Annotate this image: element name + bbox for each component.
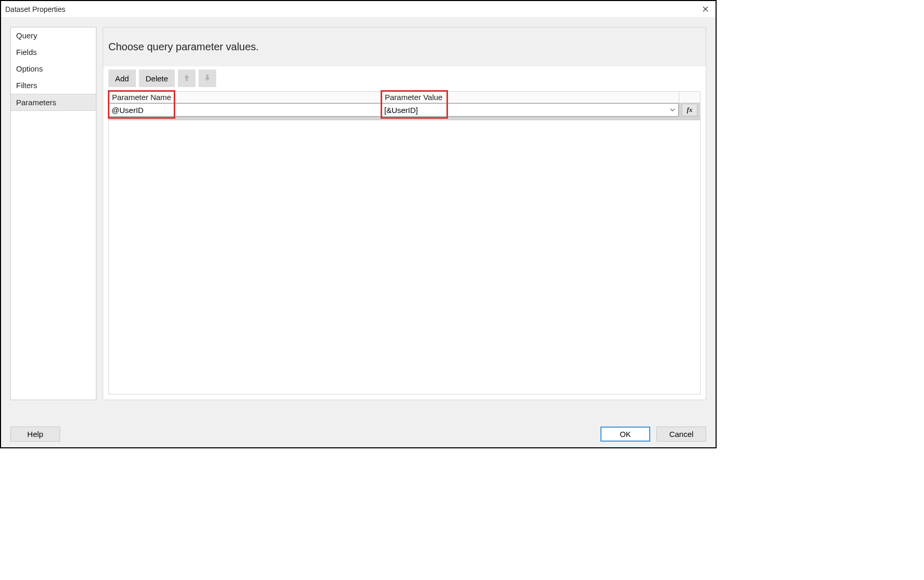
- sidebar-item-fields[interactable]: Fields: [11, 44, 96, 61]
- dialog-body: Query Fields Options Filters Parameters …: [1, 18, 716, 420]
- delete-button[interactable]: Delete: [139, 69, 175, 87]
- cancel-button[interactable]: Cancel: [656, 427, 706, 442]
- add-button[interactable]: Add: [108, 69, 136, 87]
- sidebar-item-query[interactable]: Query: [11, 27, 96, 44]
- move-up-button[interactable]: [178, 69, 195, 87]
- column-header-name: Parameter Name: [109, 92, 382, 103]
- cell-fx: fx: [679, 103, 700, 117]
- parameter-name-input[interactable]: [109, 103, 381, 117]
- expression-button[interactable]: fx: [682, 104, 697, 116]
- column-header-fx: [679, 92, 700, 103]
- toolbar: Add Delete: [108, 69, 701, 87]
- titlebar: Dataset Properties: [1, 1, 716, 18]
- arrow-down-icon: [204, 74, 211, 83]
- parameter-value-input[interactable]: [382, 104, 667, 116]
- panel-heading: Choose query parameter values.: [103, 27, 706, 66]
- sidebar-item-label: Query: [16, 31, 37, 40]
- right-buttons: OK Cancel: [600, 427, 706, 442]
- sidebar: Query Fields Options Filters Parameters: [10, 27, 96, 400]
- cell-parameter-name: [109, 103, 382, 117]
- sidebar-item-label: Filters: [16, 81, 37, 90]
- cell-parameter-value: [382, 103, 679, 117]
- move-down-button[interactable]: [199, 69, 216, 87]
- sidebar-item-parameters[interactable]: Parameters: [11, 94, 96, 111]
- toolbar-area: Add Delete: [103, 66, 706, 87]
- parameters-grid: Parameter Name Parameter Value: [108, 91, 701, 394]
- main-panel: Choose query parameter values. Add Delet…: [103, 27, 706, 400]
- ok-button[interactable]: OK: [600, 427, 650, 442]
- button-bar: Help OK Cancel: [1, 420, 716, 447]
- sidebar-item-options[interactable]: Options: [11, 61, 96, 77]
- help-button[interactable]: Help: [10, 427, 60, 442]
- sidebar-item-label: Parameters: [16, 98, 57, 107]
- grid-row: fx: [109, 103, 700, 117]
- parameters-grid-wrap: Parameter Name Parameter Value: [103, 87, 706, 400]
- fx-icon: fx: [687, 106, 693, 114]
- grid-header: Parameter Name Parameter Value: [109, 92, 700, 103]
- close-icon[interactable]: [699, 3, 711, 16]
- sidebar-item-label: Options: [16, 64, 43, 73]
- grid-spacer: [109, 117, 700, 120]
- chevron-down-icon[interactable]: [667, 104, 678, 116]
- dataset-properties-dialog: Dataset Properties Query Fields Options …: [0, 0, 717, 448]
- sidebar-item-filters[interactable]: Filters: [11, 77, 96, 94]
- sidebar-item-label: Fields: [16, 48, 37, 56]
- arrow-up-icon: [184, 74, 190, 83]
- column-header-value: Parameter Value: [382, 92, 679, 103]
- window-title: Dataset Properties: [5, 5, 65, 13]
- parameter-value-combo[interactable]: [382, 103, 679, 117]
